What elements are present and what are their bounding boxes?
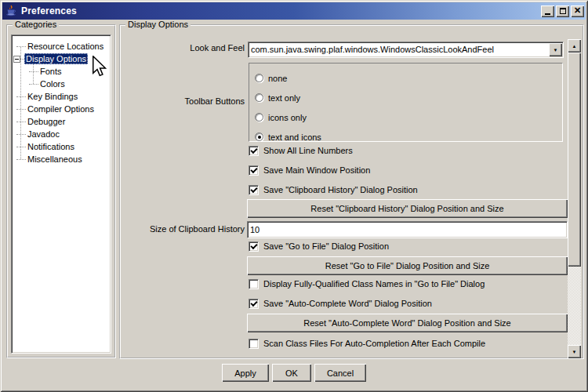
checkbox-checked-icon[interactable]	[249, 165, 259, 176]
checkbox-checked-icon[interactable]	[249, 146, 259, 156]
display-options-label: Display Options	[125, 20, 191, 29]
checkbox-checked-icon[interactable]	[249, 185, 259, 195]
radio-icons-only[interactable]: icons only	[255, 107, 562, 127]
tree-item-display-options[interactable]: Display Options	[14, 53, 111, 65]
reset-autocomplete-button[interactable]: Reset "Auto-Complete Word" Dialog Positi…	[247, 314, 568, 332]
checkbox-checked-icon[interactable]	[249, 299, 259, 309]
scrollbar-thumb[interactable]	[568, 53, 581, 267]
radio-icon[interactable]	[255, 93, 263, 102]
vertical-scrollbar[interactable]: ▲ ▼	[568, 39, 581, 358]
arrow-up-icon: ▲	[572, 44, 577, 49]
toolbar-buttons-radio-group: none text only icons only text and icons	[249, 63, 563, 142]
radio-none[interactable]: none	[255, 68, 562, 88]
reset-clipboard-history-button[interactable]: Reset "Clipboard History" Dialog Positio…	[247, 199, 568, 218]
tree-item-debugger[interactable]: Debugger	[14, 115, 111, 128]
maximize-button[interactable]	[556, 5, 569, 17]
checkbox-scan-class-files[interactable]: Scan Class Files For Auto-Completion Aft…	[249, 337, 485, 350]
scroll-up-button[interactable]: ▲	[568, 39, 581, 53]
categories-groupbox: Categories Resource Locations Display Op…	[6, 24, 116, 358]
collapse-toggle-icon[interactable]	[13, 56, 20, 63]
clipboard-size-input[interactable]	[247, 221, 568, 238]
checkbox-show-line-numbers[interactable]: Show All Line Numbers	[249, 144, 353, 157]
radio-icon[interactable]	[255, 74, 263, 82]
chevron-down-icon: ▼	[554, 48, 558, 53]
radio-selected-icon[interactable]	[255, 132, 263, 141]
java-app-icon	[5, 5, 17, 17]
look-and-feel-value: com.sun.java.swing.plaf.windows.WindowsC…	[249, 44, 548, 56]
tree-item-miscellaneous[interactable]: Miscellaneous	[14, 153, 111, 165]
toolbar-buttons-label: Toolbar Buttons	[122, 96, 245, 107]
reset-goto-file-button[interactable]: Reset "Go to File" Dialog Position and S…	[247, 256, 568, 275]
titlebar[interactable]: Preferences ✕	[2, 2, 586, 20]
tree-item-javadoc[interactable]: Javadoc	[14, 128, 111, 140]
preferences-window: Preferences ✕ Categories Resource Locati…	[0, 0, 588, 392]
checkbox-save-goto-file[interactable]: Save "Go to File" Dialog Position	[249, 240, 389, 252]
minimize-icon	[545, 13, 550, 15]
close-button[interactable]: ✕	[571, 5, 584, 17]
tree-item-selected: Display Options	[24, 53, 88, 64]
tree-item-resource-locations[interactable]: Resource Locations	[14, 40, 111, 53]
tree-item-notifications[interactable]: Notifications	[14, 140, 111, 153]
categories-tree[interactable]: Resource Locations Display Options Fonts…	[11, 34, 111, 354]
tree-item-compiler-options[interactable]: Compiler Options	[14, 103, 111, 115]
checkbox-save-autocomplete[interactable]: Save "Auto-Complete Word" Dialog Positio…	[249, 297, 432, 310]
apply-button[interactable]: Apply	[222, 364, 269, 382]
checkbox-checked-icon[interactable]	[249, 241, 259, 252]
footer-button-bar: Apply OK Cancel	[0, 364, 588, 382]
close-icon: ✕	[574, 6, 581, 15]
minimize-button[interactable]	[541, 5, 554, 17]
tree-item-key-bindings[interactable]: Key Bindings	[14, 90, 111, 103]
radio-icon[interactable]	[255, 113, 263, 122]
tree-item-fonts[interactable]: Fonts	[14, 65, 111, 78]
categories-label: Categories	[13, 20, 59, 29]
ok-button[interactable]: OK	[272, 364, 311, 382]
look-and-feel-label: Look and Feel	[122, 42, 245, 53]
clipboard-size-label: Size of Clipboard History	[122, 223, 245, 234]
window-title: Preferences	[21, 5, 77, 16]
checkbox-unchecked-icon[interactable]	[249, 279, 259, 289]
scroll-down-button[interactable]: ▼	[568, 345, 581, 358]
display-options-groupbox: Display Options Look and Feel com.sun.ja…	[119, 24, 584, 359]
tree-item-colors[interactable]: Colors	[14, 78, 111, 90]
checkbox-save-clipboard-history[interactable]: Save "Clipboard History" Dialog Position	[249, 183, 418, 196]
checkbox-save-main-window[interactable]: Save Main Window Position	[249, 164, 370, 176]
arrow-down-icon: ▼	[572, 350, 577, 354]
checkbox-fully-qualified-names[interactable]: Display Fully-Qualified Class Names in "…	[249, 278, 485, 290]
look-and-feel-combobox[interactable]: com.sun.java.swing.plaf.windows.WindowsC…	[248, 42, 564, 58]
radio-text-only[interactable]: text only	[255, 88, 562, 107]
combo-dropdown-button[interactable]: ▼	[549, 43, 562, 56]
cancel-button[interactable]: Cancel	[314, 364, 366, 382]
maximize-icon	[560, 8, 566, 14]
checkbox-unchecked-icon[interactable]	[249, 339, 259, 349]
